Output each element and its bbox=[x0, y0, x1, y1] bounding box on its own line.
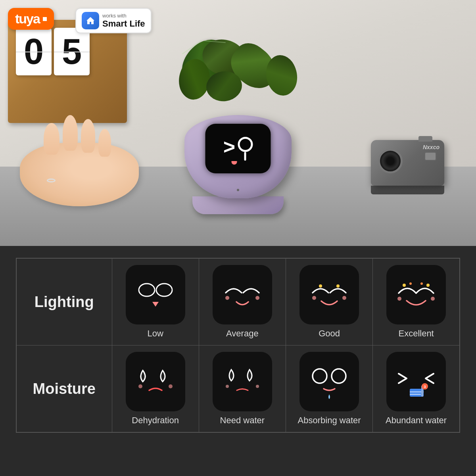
moisture-absorbing-svg bbox=[305, 362, 353, 401]
lighting-excellent-svg bbox=[392, 275, 440, 315]
table-row-lighting: Lighting bbox=[16, 258, 460, 345]
calendar-display: 0 5 bbox=[16, 28, 90, 75]
moisture-row-label: Moisture bbox=[16, 345, 112, 433]
lighting-low-face bbox=[126, 265, 185, 324]
smart-planter-pot: > bbox=[184, 115, 292, 214]
tuya-badge: tuya bbox=[8, 8, 54, 30]
svg-point-5 bbox=[225, 296, 229, 300]
svg-point-18 bbox=[169, 384, 173, 388]
svg-point-9 bbox=[312, 296, 316, 300]
moisture-absorbing-face bbox=[299, 352, 359, 411]
product-hero-section: 0 5 bbox=[0, 0, 476, 246]
moisture-need-water-face bbox=[213, 352, 272, 411]
smart-life-badge: works with Smart Life bbox=[75, 8, 152, 33]
lighting-low-cell: Low bbox=[112, 258, 199, 345]
moisture-need-water-svg bbox=[219, 362, 266, 401]
moisture-abundant-face: 3 bbox=[386, 352, 446, 411]
svg-point-1 bbox=[89, 17, 92, 20]
smart-life-text-block: works with Smart Life bbox=[102, 13, 145, 29]
works-with-text: works with bbox=[102, 13, 145, 19]
lighting-excellent-label: Excellent bbox=[379, 328, 453, 339]
moisture-dehydration-face bbox=[126, 352, 185, 411]
svg-point-8 bbox=[336, 284, 340, 288]
moisture-dehydration-label: Dehydration bbox=[119, 415, 192, 426]
svg-text:3: 3 bbox=[424, 385, 426, 389]
svg-point-7 bbox=[319, 284, 322, 288]
moisture-abundant-label: Abundant water bbox=[379, 415, 453, 426]
moisture-dehydration-cell: Dehydration bbox=[112, 345, 199, 433]
svg-point-17 bbox=[138, 384, 142, 388]
svg-point-19 bbox=[226, 385, 229, 388]
camera-brand-text: Nxxco bbox=[423, 144, 440, 150]
svg-point-12 bbox=[426, 284, 430, 287]
lighting-average-label: Average bbox=[205, 328, 279, 339]
lighting-good-svg bbox=[305, 275, 353, 315]
smart-life-name: Smart Life bbox=[102, 19, 145, 29]
lighting-average-face bbox=[213, 265, 272, 324]
lighting-excellent-cell: Excellent bbox=[373, 258, 460, 345]
camera: Nxxco bbox=[371, 140, 444, 194]
svg-point-13 bbox=[409, 282, 412, 285]
moisture-abundant-cell: 3 Abundant water bbox=[373, 345, 460, 433]
table-container: Lighting bbox=[0, 246, 476, 476]
svg-point-20 bbox=[256, 385, 259, 388]
table-row-moisture: Moisture bbox=[16, 345, 460, 433]
lighting-low-svg bbox=[132, 275, 179, 315]
moisture-abundant-svg: 3 bbox=[392, 362, 440, 401]
tuya-logo-text: tuya bbox=[15, 11, 40, 27]
lighting-good-cell: Good bbox=[286, 258, 372, 345]
svg-point-10 bbox=[342, 296, 346, 300]
svg-point-11 bbox=[403, 284, 406, 287]
svg-marker-4 bbox=[152, 302, 159, 307]
lighting-average-svg bbox=[219, 275, 266, 315]
moisture-absorbing-label: Absorbing water bbox=[292, 415, 366, 426]
svg-point-14 bbox=[420, 282, 423, 285]
svg-point-22 bbox=[332, 369, 346, 383]
home-icon bbox=[85, 15, 96, 26]
moisture-need-water-label: Need water bbox=[205, 415, 279, 426]
moisture-absorbing-cell: Absorbing water bbox=[286, 345, 372, 433]
svg-point-15 bbox=[397, 297, 401, 301]
smart-life-icon bbox=[82, 12, 99, 29]
lighting-excellent-face bbox=[386, 265, 446, 324]
moisture-need-water-cell: Need water bbox=[199, 345, 286, 433]
hand-area bbox=[12, 111, 163, 206]
lighting-average-cell: Average bbox=[199, 258, 286, 345]
svg-point-21 bbox=[313, 369, 327, 383]
svg-point-6 bbox=[255, 296, 259, 300]
pot-screen: > bbox=[205, 124, 271, 173]
status-table-section: Lighting bbox=[0, 246, 476, 476]
lighting-good-face bbox=[299, 265, 359, 324]
lighting-row-label: Lighting bbox=[16, 258, 112, 345]
moisture-dehydration-svg bbox=[132, 362, 179, 401]
svg-point-16 bbox=[431, 297, 435, 301]
status-table: Lighting bbox=[16, 258, 460, 433]
lighting-low-label: Low bbox=[119, 328, 192, 339]
lighting-good-label: Good bbox=[292, 328, 366, 339]
